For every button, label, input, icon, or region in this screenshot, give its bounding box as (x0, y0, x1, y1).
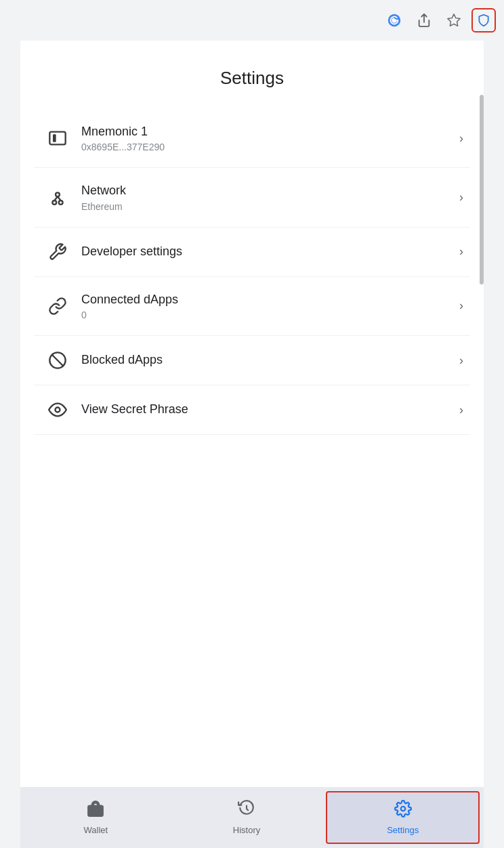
extension-shield-icon[interactable] (471, 8, 496, 33)
nav-item-settings[interactable]: Settings (326, 791, 480, 844)
mnemonic-arrow: › (459, 131, 463, 146)
blocked-dapps-icon (41, 351, 75, 370)
settings-list: Mnemonic 1 0x8695E...377E290 › Network E… (20, 109, 484, 787)
svg-line-12 (52, 355, 63, 366)
history-nav-label: History (233, 825, 260, 835)
svg-point-13 (56, 408, 60, 412)
settings-item-connected-dapps[interactable]: Connected dApps 0 › (34, 277, 470, 336)
popup-container: Settings Mnemonic 1 0x8695E...377E290 › (20, 41, 484, 787)
developer-icon (41, 242, 75, 261)
connected-dapps-subtitle: 0 (81, 310, 453, 320)
settings-item-network[interactable]: Network Ethereum › (34, 168, 470, 227)
mnemonic-subtitle: 0x8695E...377E290 (81, 142, 453, 152)
developer-content: Developer settings (81, 244, 453, 259)
svg-point-14 (400, 807, 405, 811)
svg-line-10 (58, 196, 61, 200)
settings-item-blocked-dapps[interactable]: Blocked dApps › (34, 336, 470, 385)
secret-phrase-content: View Secret Phrase (81, 402, 453, 417)
secret-phrase-icon (41, 400, 75, 419)
nav-item-wallet[interactable]: Wallet (20, 787, 171, 848)
bottom-navigation: Wallet History Settings (20, 787, 484, 848)
wallet-nav-icon (87, 800, 104, 822)
connected-dapps-title: Connected dApps (81, 292, 453, 308)
mnemonic-content: Mnemonic 1 0x8695E...377E290 (81, 124, 453, 152)
share-icon[interactable] (412, 8, 436, 33)
wallet-nav-label: Wallet (84, 825, 108, 835)
connected-dapps-arrow: › (459, 299, 463, 313)
secret-phrase-arrow: › (459, 403, 463, 417)
settings-item-mnemonic[interactable]: Mnemonic 1 0x8695E...377E290 › (34, 109, 470, 168)
svg-rect-5 (53, 134, 56, 142)
blocked-dapps-content: Blocked dApps (81, 352, 453, 368)
mnemonic-title: Mnemonic 1 (81, 124, 453, 140)
mnemonic-icon (41, 129, 75, 148)
secret-phrase-title: View Secret Phrase (81, 402, 453, 417)
history-nav-icon (238, 800, 255, 822)
network-icon (41, 188, 75, 207)
nav-item-history[interactable]: History (171, 787, 322, 848)
network-title: Network (81, 183, 453, 198)
star-icon[interactable] (442, 8, 466, 33)
network-content: Network Ethereum (81, 183, 453, 211)
settings-item-secret-phrase[interactable]: View Secret Phrase › (34, 385, 470, 435)
network-arrow: › (459, 190, 463, 205)
chrome-toolbar (0, 0, 504, 41)
settings-item-developer[interactable]: Developer settings › (34, 228, 470, 277)
page-title: Settings (20, 41, 484, 109)
developer-arrow: › (459, 245, 463, 259)
developer-title: Developer settings (81, 244, 453, 259)
svg-marker-3 (448, 14, 460, 26)
blocked-dapps-arrow: › (459, 354, 463, 368)
network-subtitle: Ethereum (81, 201, 453, 212)
connected-dapps-content: Connected dApps 0 (81, 292, 453, 320)
blocked-dapps-title: Blocked dApps (81, 352, 453, 368)
google-icon[interactable] (382, 8, 406, 33)
svg-rect-4 (49, 132, 65, 145)
connected-dapps-icon (41, 297, 75, 316)
settings-nav-icon (394, 800, 412, 822)
settings-nav-label: Settings (387, 825, 419, 835)
